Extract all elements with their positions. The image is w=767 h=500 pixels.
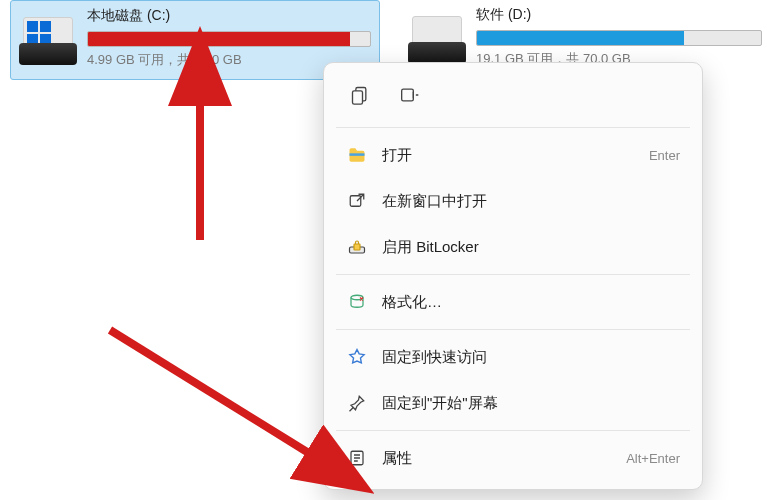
menu-item-label: 打开 xyxy=(382,146,635,165)
svg-rect-1 xyxy=(353,91,363,104)
context-menu: 打开 Enter 在新窗口中打开 启用 BitLocker xyxy=(323,62,703,490)
drive-name: 本地磁盘 (C:) xyxy=(87,7,371,25)
star-icon xyxy=(346,346,368,368)
pin-icon xyxy=(346,392,368,414)
svg-rect-2 xyxy=(402,89,414,101)
menu-item-format[interactable]: 格式化… xyxy=(330,279,696,325)
drive-icon xyxy=(408,10,466,68)
menu-item-open-new-window[interactable]: 在新窗口中打开 xyxy=(330,178,696,224)
drive-usage-fill xyxy=(477,31,684,45)
drive-name: 软件 (D:) xyxy=(476,6,762,24)
menu-item-label: 固定到"开始"屏幕 xyxy=(382,394,666,413)
menu-item-shortcut: Alt+Enter xyxy=(626,451,680,466)
format-drive-icon xyxy=(346,291,368,313)
menu-separator xyxy=(336,430,690,431)
open-new-window-icon xyxy=(346,190,368,212)
menu-item-label: 属性 xyxy=(382,449,612,468)
svg-rect-4 xyxy=(350,196,361,207)
properties-icon xyxy=(346,447,368,469)
lock-drive-icon xyxy=(346,236,368,258)
svg-rect-3 xyxy=(350,153,365,156)
windows-logo-icon xyxy=(27,21,51,45)
menu-item-properties[interactable]: 属性 Alt+Enter xyxy=(330,435,696,481)
menu-separator xyxy=(336,127,690,128)
drive-usage-fill xyxy=(88,32,350,46)
menu-item-label: 在新窗口中打开 xyxy=(382,192,666,211)
menu-item-pin-start[interactable]: 固定到"开始"屏幕 xyxy=(330,380,696,426)
menu-item-bitlocker[interactable]: 启用 BitLocker xyxy=(330,224,696,270)
drive-usage-bar xyxy=(476,30,762,46)
menu-separator xyxy=(336,329,690,330)
svg-line-10 xyxy=(110,330,320,460)
rename-icon-button[interactable] xyxy=(394,79,426,111)
menu-item-label: 固定到快速访问 xyxy=(382,348,666,367)
copy-icon-button[interactable] xyxy=(344,79,376,111)
drive-usage-bar xyxy=(87,31,371,47)
menu-item-label: 格式化… xyxy=(382,293,666,312)
menu-item-label: 启用 BitLocker xyxy=(382,238,666,257)
menu-item-shortcut: Enter xyxy=(649,148,680,163)
folder-open-icon xyxy=(346,144,368,166)
menu-separator xyxy=(336,274,690,275)
menu-item-open[interactable]: 打开 Enter xyxy=(330,132,696,178)
menu-item-pin-quick-access[interactable]: 固定到快速访问 xyxy=(330,334,696,380)
drive-icon xyxy=(19,11,77,69)
svg-rect-6 xyxy=(354,244,360,250)
